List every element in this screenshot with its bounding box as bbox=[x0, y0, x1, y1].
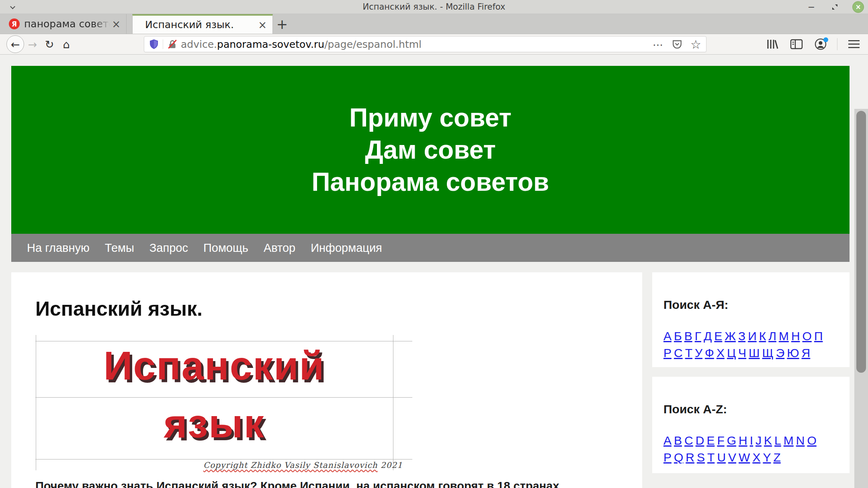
letter-link-Ж[interactable]: Ж bbox=[725, 329, 736, 343]
letter-link-Щ[interactable]: Щ bbox=[762, 345, 774, 360]
yandex-favicon-icon: Я bbox=[9, 18, 20, 29]
scrollbar-thumb[interactable] bbox=[856, 111, 866, 373]
back-button[interactable]: ← bbox=[6, 35, 24, 53]
letter-link-Б[interactable]: Б bbox=[674, 329, 682, 343]
letter-link-S[interactable]: S bbox=[697, 450, 705, 465]
letter-link-N[interactable]: N bbox=[796, 433, 805, 448]
letter-link-Q[interactable]: Q bbox=[674, 450, 683, 465]
nav-item-author[interactable]: Автор bbox=[256, 241, 303, 255]
letter-link-Z[interactable]: Z bbox=[773, 450, 780, 465]
letter-link-Ц[interactable]: Ц bbox=[727, 345, 736, 360]
letter-link-Н[interactable]: Н bbox=[791, 329, 800, 343]
letter-link-З[interactable]: З bbox=[738, 329, 745, 343]
letter-link-K[interactable]: K bbox=[764, 433, 772, 448]
account-icon[interactable] bbox=[813, 37, 828, 52]
forward-button[interactable]: → bbox=[24, 36, 41, 53]
insecure-lock-icon[interactable] bbox=[167, 39, 178, 49]
letter-link-Я[interactable]: Я bbox=[802, 345, 811, 360]
close-button[interactable]: × bbox=[852, 1, 864, 13]
minimize-button[interactable]: − bbox=[806, 1, 817, 12]
letter-link-М[interactable]: М bbox=[779, 329, 789, 343]
letter-link-P[interactable]: P bbox=[663, 450, 671, 465]
letter-link-C[interactable]: C bbox=[684, 433, 693, 448]
nav-item-request[interactable]: Запрос bbox=[142, 241, 196, 255]
letter-link-H[interactable]: H bbox=[739, 433, 747, 448]
nav-item-help[interactable]: Помощь bbox=[196, 241, 256, 255]
nav-item-topics[interactable]: Темы bbox=[97, 241, 142, 255]
search-cyrillic-widget: Поиск А-Я: АБВГДЕЖЗИКЛМНОП РСТУФХЦЧШЩЭЮЯ bbox=[652, 272, 850, 367]
letter-link-Л[interactable]: Л bbox=[768, 329, 776, 343]
article-container: Испанский язык. Испанский язык Copyright… bbox=[11, 272, 642, 488]
sidebar-toggle-icon[interactable] bbox=[789, 37, 804, 52]
tab-title: панорама советов bbox=[24, 18, 110, 30]
letter-link-О[interactable]: О bbox=[802, 329, 812, 343]
pocket-icon[interactable] bbox=[672, 39, 682, 49]
letter-link-E[interactable]: E bbox=[706, 433, 714, 448]
letter-link-F[interactable]: F bbox=[717, 433, 724, 448]
home-button[interactable]: ⌂ bbox=[58, 36, 75, 53]
letter-link-B[interactable]: B bbox=[674, 433, 682, 448]
letter-link-L[interactable]: L bbox=[774, 433, 781, 448]
tab-panorama-sovetov[interactable]: Я панорама советов × bbox=[3, 14, 127, 34]
latin-letter-links: ABCDEFGHIJKLMNO PQRSTUVWXYZ bbox=[663, 433, 838, 467]
banner-line-2: Дам совет bbox=[365, 134, 496, 166]
menu-hamburger-icon[interactable] bbox=[846, 37, 862, 52]
library-icon[interactable] bbox=[765, 37, 780, 52]
banner-line-3: Панорама советов bbox=[312, 166, 549, 198]
image-text-line-2: язык bbox=[35, 403, 393, 443]
letter-link-D[interactable]: D bbox=[696, 433, 704, 448]
new-tab-button[interactable]: + bbox=[273, 14, 291, 34]
tab-title: Испанский язык. bbox=[145, 19, 256, 31]
letter-link-Д[interactable]: Д bbox=[704, 329, 712, 343]
letter-link-X[interactable]: X bbox=[752, 450, 760, 465]
letter-link-С[interactable]: С bbox=[674, 345, 683, 360]
letter-link-G[interactable]: G bbox=[727, 433, 736, 448]
letter-link-В[interactable]: В bbox=[684, 329, 692, 343]
nav-item-home[interactable]: На главную bbox=[19, 241, 97, 255]
letter-link-U[interactable]: U bbox=[717, 450, 726, 465]
letter-link-O[interactable]: O bbox=[807, 433, 816, 448]
bookmark-star-icon[interactable]: ☆ bbox=[690, 37, 701, 51]
letter-link-Р[interactable]: Р bbox=[663, 345, 671, 360]
letter-link-Ю[interactable]: Ю bbox=[787, 345, 799, 360]
letter-link-R[interactable]: R bbox=[686, 450, 694, 465]
letter-link-Э[interactable]: Э bbox=[776, 345, 785, 360]
letter-link-J[interactable]: J bbox=[755, 433, 762, 448]
letter-link-M[interactable]: M bbox=[784, 433, 794, 448]
reload-button[interactable]: ↻ bbox=[41, 36, 58, 53]
tab-close-icon[interactable]: × bbox=[110, 19, 122, 29]
letter-link-Е[interactable]: Е bbox=[714, 329, 722, 343]
tab-espanol-active[interactable]: Испанский язык. × bbox=[132, 14, 273, 34]
letter-link-Г[interactable]: Г bbox=[695, 329, 701, 343]
tab-close-icon[interactable]: × bbox=[256, 20, 268, 30]
letter-link-П[interactable]: П bbox=[814, 329, 823, 343]
letter-link-Ч[interactable]: Ч bbox=[738, 345, 746, 360]
letter-link-V[interactable]: V bbox=[728, 450, 736, 465]
page-title: Испанский язык. bbox=[35, 296, 618, 321]
url-input[interactable]: advice.panorama-sovetov.ru/page/espanol.… bbox=[144, 36, 706, 52]
nav-item-info[interactable]: Информация bbox=[303, 241, 390, 255]
page-scrollbar[interactable] bbox=[854, 109, 868, 488]
navigation-toolbar: ← → ↻ ⌂ advice.panorama-sovetov.ru/page/… bbox=[0, 34, 868, 55]
letter-link-Т[interactable]: Т bbox=[685, 345, 692, 360]
letter-link-T[interactable]: T bbox=[707, 450, 714, 465]
letter-link-А[interactable]: А bbox=[663, 329, 671, 343]
letter-link-W[interactable]: W bbox=[739, 450, 750, 465]
letter-link-A[interactable]: A bbox=[663, 433, 671, 448]
tracking-protection-shield-icon[interactable] bbox=[149, 39, 159, 49]
letter-link-Y[interactable]: Y bbox=[763, 450, 771, 465]
letter-link-И[interactable]: И bbox=[748, 329, 757, 343]
caption-text: Copyright Zhidko Vasily Stanislavovich bbox=[203, 460, 378, 470]
letter-link-Х[interactable]: Х bbox=[717, 345, 725, 360]
letter-link-Ф[interactable]: Ф bbox=[705, 345, 714, 360]
article-image: Испанский язык Copyright Zhidko Vasily S… bbox=[35, 332, 412, 470]
maximize-button[interactable] bbox=[829, 1, 840, 12]
site-nav-menu: На главную Темы Запрос Помощь Автор Инфо… bbox=[11, 234, 850, 262]
letter-link-У[interactable]: У bbox=[695, 345, 702, 360]
letter-link-Ш[interactable]: Ш bbox=[749, 345, 760, 360]
page-actions-icon[interactable]: … bbox=[653, 42, 664, 46]
letter-link-К[interactable]: К bbox=[759, 329, 766, 343]
url-subdomain: advice. bbox=[181, 39, 217, 50]
letter-link-I[interactable]: I bbox=[750, 433, 753, 448]
search-cyrillic-title: Поиск А-Я: bbox=[663, 298, 838, 312]
